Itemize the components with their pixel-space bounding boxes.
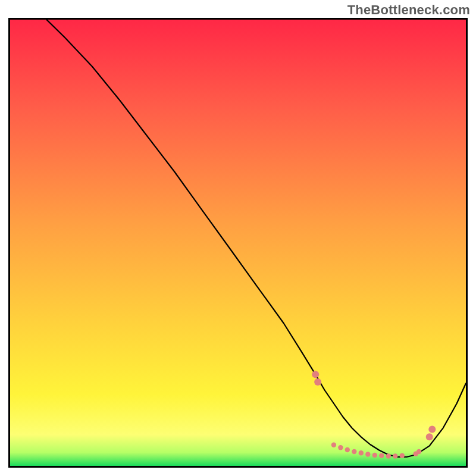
marker-dot (331, 443, 336, 447)
marker-dot (426, 433, 433, 440)
chart-container: TheBottleneck.com (0, 0, 476, 476)
plot-area (8, 18, 468, 468)
marker-dot (345, 447, 350, 452)
chart-svg (10, 20, 466, 466)
gradient-background (10, 20, 466, 466)
marker-dot (428, 426, 436, 433)
watermark-text: TheBottleneck.com (347, 2, 470, 18)
marker-dot (352, 449, 356, 454)
marker-dot (372, 453, 377, 458)
marker-dot (365, 452, 370, 456)
marker-dot (314, 378, 321, 386)
marker-dot (379, 453, 384, 458)
marker-dot (359, 450, 364, 455)
marker-dot (393, 453, 397, 458)
marker-dot (312, 371, 319, 378)
marker-dot (386, 453, 391, 458)
marker-dot (400, 453, 405, 458)
marker-dot (416, 449, 421, 454)
marker-dot (338, 445, 343, 450)
